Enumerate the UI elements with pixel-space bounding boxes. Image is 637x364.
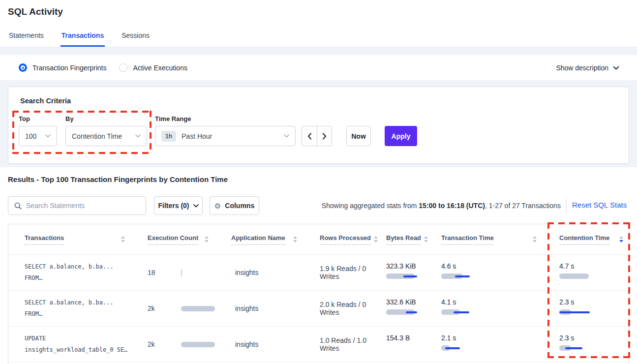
chevron-down-icon xyxy=(45,134,51,138)
transaction-time-bar xyxy=(441,309,495,315)
transaction-fingerprint-link[interactable]: UPDATEinsights_workload_table_0 SE… xyxy=(8,327,131,362)
apply-button[interactable]: Apply xyxy=(385,126,417,146)
column-header-contention-time[interactable]: Contention Time xyxy=(543,224,629,254)
radio-label: Active Executions xyxy=(133,64,187,72)
contention-time-bar xyxy=(559,345,613,351)
filters-button[interactable]: Filters (0) xyxy=(154,196,203,215)
transaction-time-cell: 4.1 s xyxy=(425,291,543,326)
by-select[interactable]: Contention Time xyxy=(65,126,147,146)
column-header-application-name[interactable]: Application Name xyxy=(215,224,303,254)
by-field-label: By xyxy=(65,115,74,122)
column-header-transaction-time[interactable]: Transaction Time xyxy=(425,224,543,254)
search-criteria-title: Search Criteria xyxy=(20,97,71,105)
table-row: UPDATEinsights_workload_table_0 SE…2kins… xyxy=(8,327,629,363)
search-input[interactable] xyxy=(26,202,140,210)
application-name-cell: insights xyxy=(215,291,303,326)
search-criteria-panel: Search Criteria Top 100 By Contention Ti… xyxy=(8,87,629,164)
by-select-value: Contention Time xyxy=(72,132,122,140)
top-field-label: Top xyxy=(19,115,30,122)
transaction-fingerprint-link[interactable]: SELECT a.balance, b.ba...FROM… xyxy=(8,291,131,326)
execution-count-value: 18 xyxy=(148,269,181,276)
execution-count-bar xyxy=(181,269,182,276)
now-button-label: Now xyxy=(351,132,366,140)
next-time-range-button[interactable] xyxy=(317,126,332,146)
sql-text-line: SELECT a.balance, b.ba... xyxy=(25,261,127,273)
radio-active-executions[interactable]: Active Executions xyxy=(119,63,187,72)
radio-transaction-fingerprints[interactable]: Transaction Fingerprints xyxy=(19,63,106,72)
chevron-down-icon xyxy=(613,66,619,70)
page-header: SQL Activity Statements Transactions Ses… xyxy=(0,0,637,47)
transaction-time-cell: 2.1 s xyxy=(425,327,543,362)
table-row: SELECT a.balance, b.ba...FROM…18insights… xyxy=(8,255,629,291)
transaction-time-bar xyxy=(441,345,495,351)
time-range-field-label: Time Range xyxy=(155,115,191,122)
sort-icon xyxy=(121,236,125,243)
execution-count-cell: 18 xyxy=(131,255,215,290)
tab-statements[interactable]: Statements xyxy=(8,31,45,47)
bytes-read-cell: 332.6 KiB xyxy=(370,291,425,326)
results-heading: Results - Top 100 Transaction Fingerprin… xyxy=(8,175,228,183)
contention-time-cell: 2.3 s xyxy=(543,327,629,362)
contention-time-cell: 2.3 s xyxy=(543,291,629,326)
chevron-down-icon xyxy=(135,134,141,138)
bytes-read-value: 323.3 KiB xyxy=(386,262,422,270)
previous-time-range-button[interactable] xyxy=(302,126,317,146)
execution-count-value: 2k xyxy=(148,304,181,312)
contention-time-cell: 4.7 s xyxy=(543,255,629,290)
now-button[interactable]: Now xyxy=(346,126,371,146)
transaction-time-bar xyxy=(441,273,495,279)
chevron-left-icon xyxy=(307,133,312,140)
stats-prefix: Showing aggregated stats from xyxy=(322,202,419,210)
column-header-transactions[interactable]: Transactions xyxy=(8,224,131,254)
time-range-select[interactable]: 1h Past Hour xyxy=(155,126,296,146)
execution-count-cell: 2k xyxy=(131,291,215,326)
stats-time-range: 15:00 to 16:18 (UTC) xyxy=(419,202,485,210)
contention-time-value: 2.3 s xyxy=(559,298,627,306)
apply-button-label: Apply xyxy=(392,132,411,140)
page-title: SQL Activity xyxy=(8,6,63,17)
top-select-value: 100 xyxy=(25,132,36,140)
rows-processed-cell: 1.9 k Reads / 0 Writes xyxy=(303,255,370,290)
rows-processed-value: 2.0 k Reads / 0 Writes xyxy=(320,301,370,316)
bytes-read-value: 154.3 B xyxy=(386,334,422,342)
time-range-value: Past Hour xyxy=(182,132,212,140)
execution-count-bar xyxy=(181,306,215,311)
gear-icon: ⚙ xyxy=(214,202,221,210)
execution-count-cell: 2k xyxy=(131,327,215,362)
sort-icon xyxy=(533,236,537,243)
columns-button[interactable]: ⚙ Columns xyxy=(210,196,259,215)
bytes-read-value: 332.6 KiB xyxy=(386,298,422,306)
sql-text-line: insights_workload_table_0 SE… xyxy=(25,344,127,356)
transaction-time-cell: 4.6 s xyxy=(425,255,543,290)
execution-count-value: 2k xyxy=(148,340,181,348)
reset-sql-stats-link[interactable]: Reset SQL Stats xyxy=(572,201,627,209)
column-header-bytes-read[interactable]: Bytes Read xyxy=(370,224,425,254)
column-header-rows-processed[interactable]: Rows Processed xyxy=(303,224,370,254)
sort-icon-descending xyxy=(619,236,623,243)
transactions-table: Transactions Execution Count Application… xyxy=(8,224,629,364)
tab-transactions[interactable]: Transactions xyxy=(61,31,105,47)
search-statements-box xyxy=(8,196,146,215)
table-row: SELECT a.balance, b.ba...FROM…2kinsights… xyxy=(8,291,629,327)
transaction-time-value: 4.6 s xyxy=(441,262,540,270)
rows-processed-cell: 1.0 Reads / 1.0 Writes xyxy=(303,327,370,362)
column-header-execution-count[interactable]: Execution Count xyxy=(131,224,215,254)
top-select[interactable]: 100 xyxy=(19,126,57,146)
tab-bar: Statements Transactions Sessions xyxy=(8,31,151,47)
vertical-divider xyxy=(566,199,567,213)
transaction-fingerprint-link[interactable]: SELECT a.balance, b.ba...FROM… xyxy=(8,255,131,290)
contention-time-value: 2.3 s xyxy=(559,334,627,342)
show-description-toggle[interactable]: Show description xyxy=(556,55,619,80)
time-range-badge: 1h xyxy=(161,131,176,142)
application-name-value: insights xyxy=(235,304,258,312)
bytes-read-bar xyxy=(386,273,440,279)
contention-time-bar xyxy=(559,309,613,315)
application-name-value: insights xyxy=(235,340,258,348)
sql-text-line: UPDATE xyxy=(25,333,127,344)
tab-sessions[interactable]: Sessions xyxy=(121,31,151,47)
view-mode-bar: Transaction Fingerprints Active Executio… xyxy=(0,55,637,80)
table-body: SELECT a.balance, b.ba...FROM…18insights… xyxy=(8,255,629,363)
sql-text-line: FROM… xyxy=(25,273,127,284)
contention-time-value: 4.7 s xyxy=(559,262,627,270)
radio-unselected-icon xyxy=(119,63,127,72)
